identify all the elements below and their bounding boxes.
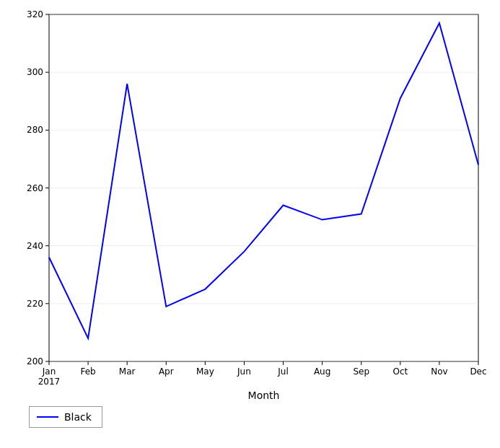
- svg-text:Sep: Sep: [353, 366, 369, 377]
- svg-text:280: 280: [27, 125, 43, 135]
- svg-text:220: 220: [27, 299, 43, 309]
- legend-label: Black: [64, 411, 92, 423]
- chart-svg: 200220240260280300320Jan2017FebMarAprMay…: [0, 0, 500, 448]
- svg-text:Jun: Jun: [237, 366, 251, 377]
- svg-text:Mar: Mar: [119, 366, 136, 377]
- svg-text:2017: 2017: [38, 377, 61, 387]
- chart-container: 200220240260280300320Jan2017FebMarAprMay…: [0, 0, 500, 448]
- svg-text:200: 200: [27, 356, 43, 366]
- legend-line-icon: [37, 416, 58, 418]
- svg-text:300: 300: [27, 67, 43, 77]
- svg-text:Aug: Aug: [314, 366, 330, 377]
- svg-text:260: 260: [27, 183, 43, 193]
- svg-text:Nov: Nov: [431, 366, 447, 377]
- legend-box: Black: [29, 406, 102, 428]
- svg-text:Dec: Dec: [470, 366, 486, 377]
- svg-text:Month: Month: [248, 390, 280, 401]
- svg-text:240: 240: [27, 241, 43, 251]
- svg-text:Jan: Jan: [42, 366, 56, 377]
- svg-text:Jul: Jul: [277, 366, 288, 377]
- svg-text:Feb: Feb: [80, 366, 95, 377]
- svg-text:Oct: Oct: [392, 366, 408, 377]
- svg-text:320: 320: [27, 9, 43, 19]
- svg-text:May: May: [196, 366, 214, 377]
- svg-text:Apr: Apr: [159, 366, 174, 377]
